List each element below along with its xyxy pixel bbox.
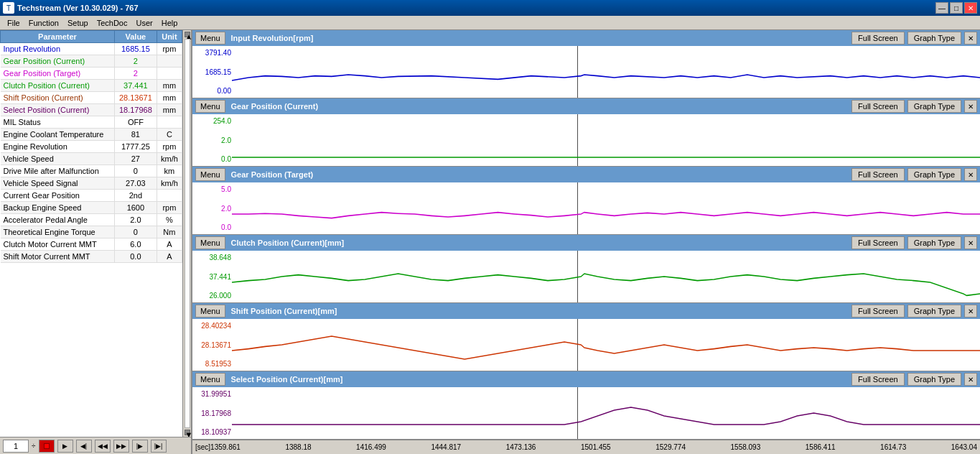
graph-content-gear-position-current[interactable]: 254.0 2.0 0.0 [192, 114, 980, 166]
graph-header-shift-position: Menu Shift Position (Current)[mm] Full S… [192, 303, 980, 319]
graph-title-clutch-position: Clutch Position (Current)[mm] [228, 238, 849, 247]
graph-panel-shift-position: Menu Shift Position (Current)[mm] Full S… [192, 303, 980, 371]
param-name-11: Vehicle Speed Signal [1, 177, 115, 190]
graphtype-btn-input-revolution[interactable]: Graph Type [907, 32, 961, 45]
menu-btn-clutch-position[interactable]: Menu [195, 236, 225, 249]
menu-btn-select-position[interactable]: Menu [195, 373, 225, 386]
step-forward-button[interactable]: |▶ [132, 440, 148, 453]
y-max-input-revolution: 3791.40 [194, 49, 231, 57]
y-min-gear-position-target: 0.0 [194, 223, 231, 231]
param-unit-17: A [157, 251, 182, 263]
minimize-button[interactable]: — [935, 2, 948, 14]
graphtype-btn-select-position[interactable]: Graph Type [907, 373, 961, 386]
fullscreen-btn-gear-position-current[interactable]: Full Screen [851, 100, 905, 113]
close-btn-gear-position-target[interactable]: ✕ [964, 168, 977, 181]
graphtype-btn-gear-position-target[interactable]: Graph Type [907, 168, 961, 181]
close-button[interactable]: ✕ [964, 2, 977, 14]
graph-y-labels-shift-position: 28.40234 28.13671 8.51953 [192, 319, 232, 371]
param-value-1: 2 [114, 55, 157, 68]
fullscreen-btn-shift-position[interactable]: Full Screen [851, 305, 905, 318]
param-value-11: 27.03 [114, 177, 157, 190]
graph-area-shift-position [232, 319, 980, 371]
prev-button[interactable]: ◀◀ [95, 440, 111, 453]
y-mid-shift-position: 28.13671 [194, 341, 231, 349]
graph-svg-gear-position-target [232, 182, 980, 234]
graphtype-btn-clutch-position[interactable]: Graph Type [907, 236, 961, 249]
graph-content-input-revolution[interactable]: 3791.40 1685.15 0.00 [192, 46, 980, 98]
graph-panel-select-position: Menu Select Position (Current)[mm] Full … [192, 371, 980, 440]
graph-content-shift-position[interactable]: 28.40234 28.13671 8.51953 [192, 319, 980, 371]
app-icon: T [3, 2, 14, 14]
menu-btn-input-revolution[interactable]: Menu [195, 32, 225, 45]
graphtype-btn-shift-position[interactable]: Graph Type [907, 305, 961, 318]
fullscreen-btn-gear-position-target[interactable]: Full Screen [851, 168, 905, 181]
y-mid-clutch-position: 37.441 [194, 273, 231, 281]
y-min-clutch-position: 26.000 [194, 292, 231, 300]
menu-btn-gear-position-target[interactable]: Menu [195, 168, 225, 181]
close-btn-gear-position-current[interactable]: ✕ [964, 100, 977, 113]
graphtype-btn-gear-position-current[interactable]: Graph Type [907, 100, 961, 113]
menu-btn-gear-position-current[interactable]: Menu [195, 100, 225, 113]
stop-button[interactable] [39, 440, 55, 453]
col-parameter: Parameter [1, 31, 115, 43]
menu-btn-shift-position[interactable]: Menu [195, 305, 225, 318]
play-button[interactable]: ▶ [57, 440, 73, 453]
close-btn-shift-position[interactable]: ✕ [964, 305, 977, 318]
param-value-12: 2nd [114, 190, 157, 202]
timeline-label-9: 1614.73 [880, 443, 906, 451]
graph-header-clutch-position: Menu Clutch Position (Current)[mm] Full … [192, 235, 980, 251]
y-max-gear-position-target: 5.0 [194, 185, 231, 193]
param-unit-14: % [157, 214, 182, 226]
param-name-3: Clutch Position (Current) [1, 80, 115, 92]
step-back-button[interactable]: ◀| [76, 440, 92, 453]
timeline-label-5: 1501.455 [581, 443, 611, 451]
menu-techdoc[interactable]: TechDoc [93, 17, 132, 29]
window-controls[interactable]: — □ ✕ [935, 2, 977, 14]
menu-function[interactable]: Function [24, 17, 63, 29]
param-value-17: 0.0 [114, 251, 157, 263]
param-unit-12 [157, 190, 182, 202]
scroll-up-arrow[interactable]: ▲ [185, 32, 190, 37]
graph-content-gear-position-target[interactable]: 5.0 2.0 0.0 [192, 182, 980, 234]
parameter-table-scroll[interactable]: Parameter Value Unit Input Revolution 16… [0, 30, 182, 437]
maximize-button[interactable]: □ [950, 2, 963, 14]
param-name-4: Shift Position (Current) [1, 92, 115, 104]
frame-input[interactable] [3, 440, 29, 453]
menu-help[interactable]: Help [157, 17, 182, 29]
timeline-label-2: 1416.499 [356, 443, 386, 451]
param-name-8: Engine Revolution [1, 141, 115, 153]
end-button[interactable]: |▶| [151, 440, 167, 453]
param-unit-9: km/h [157, 153, 182, 165]
graph-area-gear-position-current [232, 114, 980, 166]
param-name-13: Backup Engine Speed [1, 202, 115, 214]
graph-y-labels-clutch-position: 38.648 37.441 26.000 [192, 251, 232, 302]
graph-svg-shift-position [232, 319, 980, 371]
param-unit-15: Nm [157, 226, 182, 238]
col-value: Value [114, 31, 157, 43]
menu-user[interactable]: User [131, 17, 157, 29]
y-max-shift-position: 28.40234 [194, 322, 231, 330]
param-value-10: 0 [114, 165, 157, 177]
menu-file[interactable]: File [3, 17, 24, 29]
graph-panel-gear-position-target: Menu Gear Position (Target) Full Screen … [192, 167, 980, 235]
param-name-1: Gear Position (Current) [1, 55, 115, 68]
param-name-17: Shift Motor Current MMT [1, 251, 115, 263]
graph-content-select-position[interactable]: 31.99951 18.17968 18.10937 [192, 387, 980, 439]
close-btn-input-revolution[interactable]: ✕ [964, 32, 977, 45]
param-unit-10: km [157, 165, 182, 177]
fullscreen-btn-select-position[interactable]: Full Screen [851, 373, 905, 386]
graph-title-gear-position-current: Gear Position (Current) [228, 102, 849, 111]
fullscreen-btn-input-revolution[interactable]: Full Screen [851, 32, 905, 45]
param-name-6: MIL Status [1, 116, 115, 129]
graph-content-clutch-position[interactable]: 38.648 37.441 26.000 [192, 251, 980, 302]
y-mid-input-revolution: 1685.15 [194, 68, 231, 76]
timeline-label-0: [sec]1359.861 [195, 443, 241, 451]
close-btn-clutch-position[interactable]: ✕ [964, 236, 977, 249]
scroll-down-arrow[interactable]: ▼ [185, 430, 190, 435]
scroll-bar[interactable]: ▲ ▼ [182, 30, 191, 437]
next-button[interactable]: ▶▶ [113, 440, 129, 453]
fullscreen-btn-clutch-position[interactable]: Full Screen [851, 236, 905, 249]
param-unit-2 [157, 68, 182, 80]
menu-setup[interactable]: Setup [63, 17, 93, 29]
close-btn-select-position[interactable]: ✕ [964, 373, 977, 386]
